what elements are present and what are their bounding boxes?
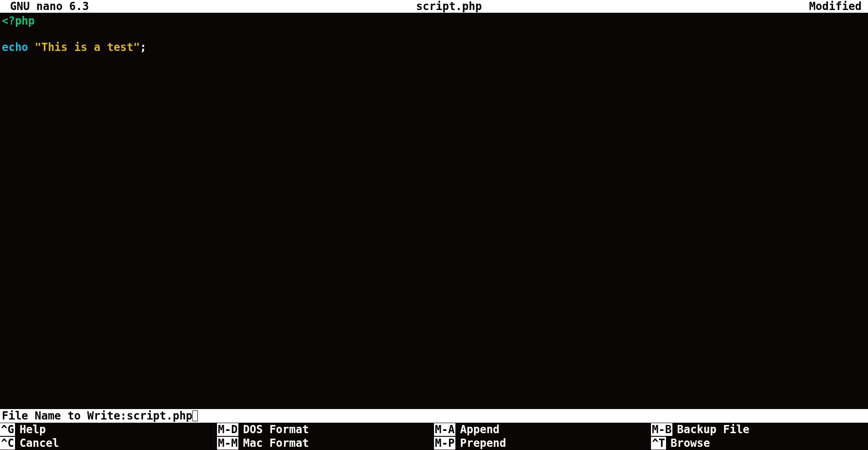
semicolon: ; — [140, 41, 146, 54]
shortcut-label: Append — [455, 423, 500, 436]
string-literal: "This is a test" — [35, 41, 140, 54]
text-cursor — [192, 410, 198, 421]
filename-prompt[interactable]: File Name to Write: script.php — [0, 409, 868, 423]
shortcut-label: Mac Format — [238, 437, 309, 450]
shortcut-append[interactable]: M-A Append — [434, 423, 651, 436]
app-name: GNU nano 6.3 — [2, 0, 89, 13]
shortcut-label: Browse — [666, 437, 710, 450]
shortcut-key: M-P — [434, 437, 455, 450]
shortcut-key: ^C — [0, 437, 15, 450]
php-open-tag: <?php — [2, 15, 35, 27]
file-status: Modified — [809, 0, 866, 13]
shortcut-cancel[interactable]: ^C Cancel — [0, 436, 217, 450]
shortcut-label: DOS Format — [238, 423, 309, 436]
shortcut-dos-format[interactable]: M-D DOS Format — [217, 423, 434, 436]
space — [28, 41, 35, 54]
shortcut-key: ^T — [651, 437, 666, 450]
keyword-echo: echo — [2, 41, 28, 54]
shortcut-key: M-B — [651, 423, 672, 436]
title-bar: GNU nano 6.3 script.php Modified — [0, 0, 868, 13]
prompt-label: File Name to Write: — [2, 410, 127, 423]
editor-area[interactable]: <?php echo "This is a test"; — [0, 13, 868, 409]
file-name: script.php — [89, 0, 809, 13]
shortcut-key: M-M — [217, 437, 238, 450]
shortcut-help[interactable]: ^G Help — [0, 423, 217, 436]
shortcut-prepend[interactable]: M-P Prepend — [434, 436, 651, 450]
shortcut-label: Prepend — [455, 437, 506, 450]
shortcut-browse[interactable]: ^T Browse — [651, 436, 868, 450]
shortcut-backup-file[interactable]: M-B Backup File — [651, 423, 868, 436]
shortcut-label: Backup File — [672, 423, 749, 436]
shortcut-key: M-A — [434, 423, 455, 436]
shortcut-key: ^G — [0, 423, 15, 436]
shortcut-bar: ^G Help M-D DOS Format M-A Append M-B Ba… — [0, 423, 868, 450]
shortcut-label: Cancel — [15, 437, 59, 450]
shortcut-key: M-D — [217, 423, 238, 436]
filename-input[interactable]: script.php — [127, 410, 193, 423]
shortcut-label: Help — [15, 423, 46, 436]
shortcut-mac-format[interactable]: M-M Mac Format — [217, 436, 434, 450]
